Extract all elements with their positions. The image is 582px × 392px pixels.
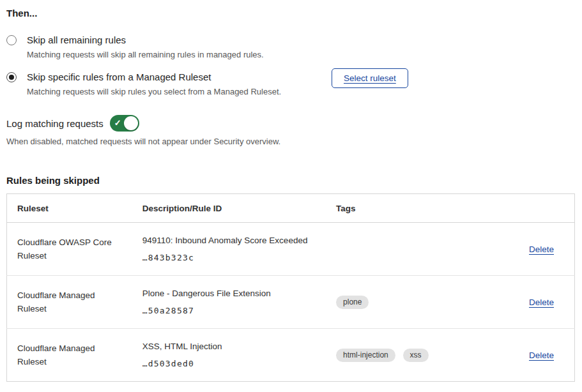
rule-description: Plone - Dangerous File Extension — [142, 289, 316, 299]
log-matching-label: Log matching requests — [6, 118, 103, 129]
tags-cell: plone — [326, 276, 473, 329]
actions-cell: Delete — [473, 223, 574, 276]
radio-option-text: Skip specific rules from a Managed Rules… — [27, 71, 281, 97]
delete-link[interactable]: Delete — [529, 351, 554, 360]
rule-description: XSS, HTML Injection — [142, 342, 316, 352]
tag-pill: html-injection — [336, 349, 395, 362]
select-ruleset-button[interactable]: Select ruleset — [332, 68, 408, 88]
table-row: Cloudflare OWASP Core Ruleset 949110: In… — [7, 223, 575, 276]
check-icon: ✓ — [114, 119, 121, 127]
radio-option-skip-specific[interactable]: Skip specific rules from a Managed Rules… — [6, 71, 575, 97]
rule-id: …d503ded0 — [142, 359, 316, 368]
tag-pill: plone — [336, 296, 369, 309]
table-row: Cloudflare Managed Ruleset XSS, HTML Inj… — [7, 329, 575, 382]
tag-pill: xss — [403, 349, 429, 362]
rule-id: …843b323c — [142, 253, 316, 262]
ruleset-cell: Cloudflare OWASP Core Ruleset — [7, 223, 132, 276]
radio-button-skip-specific[interactable] — [6, 72, 17, 82]
radio-button-skip-all[interactable] — [6, 35, 17, 45]
delete-link[interactable]: Delete — [529, 298, 554, 307]
description-cell: Plone - Dangerous File Extension …50a285… — [132, 276, 326, 329]
column-header-description-rule-id: Description/Rule ID — [132, 194, 326, 223]
radio-label-skip-all: Skip all remaining rules — [27, 34, 264, 46]
ruleset-cell: Cloudflare Managed Ruleset — [7, 329, 132, 382]
table-row: Cloudflare Managed Ruleset Plone - Dange… — [7, 276, 575, 329]
rule-description: 949110: Inbound Anomaly Score Exceeded — [142, 236, 316, 246]
then-heading: Then... — [6, 8, 575, 19]
radio-description-skip-all: Matching requests will skip all remainin… — [27, 50, 264, 60]
log-matching-row: Log matching requests ✓ — [6, 115, 575, 132]
actions-cell: Delete — [473, 276, 574, 329]
radio-description-skip-specific: Matching requests will skip rules you se… — [27, 87, 281, 97]
delete-link[interactable]: Delete — [529, 245, 554, 254]
column-header-actions — [473, 194, 574, 223]
toggle-knob — [124, 116, 138, 130]
tags-cell — [326, 223, 473, 276]
description-cell: 949110: Inbound Anomaly Score Exceeded …… — [132, 223, 326, 276]
actions-cell: Delete — [473, 329, 574, 382]
rule-id: …50a28587 — [142, 306, 316, 315]
rules-being-skipped-table: Ruleset Description/Rule ID Tags Cloudfl… — [6, 193, 575, 382]
skip-specific-row: Skip specific rules from a Managed Rules… — [6, 71, 575, 97]
tags-cell: html-injection xss — [326, 329, 473, 382]
column-header-ruleset: Ruleset — [7, 194, 132, 223]
log-matching-description: When disabled, matched requests will not… — [6, 137, 575, 147]
ruleset-cell: Cloudflare Managed Ruleset — [7, 276, 132, 329]
rules-being-skipped-heading: Rules being skipped — [6, 175, 575, 186]
radio-option-text: Skip all remaining rules Matching reques… — [27, 34, 264, 60]
radio-option-skip-all[interactable]: Skip all remaining rules Matching reques… — [6, 34, 575, 60]
table-header-row: Ruleset Description/Rule ID Tags — [7, 194, 575, 223]
radio-label-skip-specific: Skip specific rules from a Managed Rules… — [27, 71, 281, 83]
log-matching-toggle[interactable]: ✓ — [110, 115, 139, 132]
waf-rule-config-panel: Then... Skip all remaining rules Matchin… — [0, 0, 582, 392]
column-header-tags: Tags — [326, 194, 473, 223]
description-cell: XSS, HTML Injection …d503ded0 — [132, 329, 326, 382]
